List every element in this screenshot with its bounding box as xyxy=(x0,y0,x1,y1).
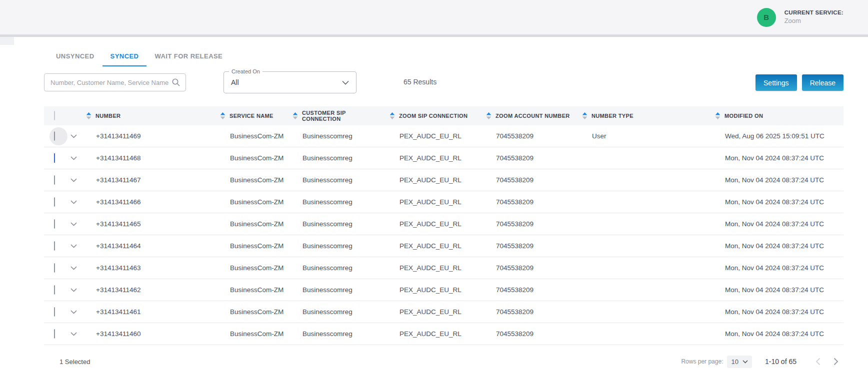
row-checkbox-cell xyxy=(44,176,66,185)
row-expand-chevron-icon[interactable] xyxy=(66,178,81,182)
cell-zoom-account-number: 7045538209 xyxy=(481,220,577,228)
row-checkbox-cell xyxy=(44,154,66,163)
rows-per-page-value: 10 xyxy=(731,358,738,366)
cell-modified-on: Mon, Nov 04 2024 08:37:24 UTC xyxy=(710,198,844,206)
column-header-label: SERVICE NAME xyxy=(230,113,274,119)
cell-service-name: BusinessCom-ZM xyxy=(215,220,288,228)
cell-service-name: BusinessCom-ZM xyxy=(215,264,288,272)
column-header-zoom-account-number[interactable]: ZOOM ACCOUNT NUMBER xyxy=(481,112,577,119)
cell-customer-sip-connection: Businesscomreg xyxy=(288,308,384,316)
row-checkbox[interactable] xyxy=(54,153,55,163)
column-header-number[interactable]: NUMBER xyxy=(81,112,215,119)
cell-zoom-sip-connection: PEX_AUDC_EU_RL xyxy=(384,286,481,294)
row-checkbox[interactable] xyxy=(54,131,55,141)
row-checkbox[interactable] xyxy=(54,307,55,317)
row-expand-chevron-icon[interactable] xyxy=(66,156,81,160)
row-checkbox[interactable] xyxy=(54,263,55,273)
row-expand-chevron-icon[interactable] xyxy=(66,222,81,226)
next-page-button[interactable] xyxy=(828,354,844,369)
column-header-label: MODIFIED ON xyxy=(724,113,763,119)
sort-icon[interactable] xyxy=(715,112,720,119)
sort-icon[interactable] xyxy=(486,112,492,119)
search-box[interactable] xyxy=(44,73,186,91)
cell-number: +31413411462 xyxy=(81,286,215,294)
cell-modified-on: Mon, Nov 04 2024 08:37:24 UTC xyxy=(710,264,844,272)
created-on-select[interactable]: Created On All xyxy=(224,71,356,93)
chevron-down-icon xyxy=(342,80,349,85)
avatar[interactable]: B xyxy=(757,8,776,27)
cell-service-name: BusinessCom-ZM xyxy=(215,308,288,316)
row-expand-chevron-icon[interactable] xyxy=(66,310,81,314)
current-service-value: Zoom xyxy=(784,16,844,25)
cell-zoom-account-number: 7045538209 xyxy=(481,176,577,184)
sort-icon[interactable] xyxy=(292,112,298,119)
cell-zoom-sip-connection: PEX_AUDC_EU_RL xyxy=(384,154,481,162)
created-on-label: Created On xyxy=(229,68,262,74)
column-header-service-name[interactable]: SERVICE NAME xyxy=(215,112,288,119)
cell-zoom-account-number: 7045538209 xyxy=(481,154,577,162)
tab-bar: UNSYNCEDSYNCEDWAIT FOR RELEASE xyxy=(48,47,844,66)
row-expand-chevron-icon[interactable] xyxy=(66,266,81,270)
release-button[interactable]: Release xyxy=(802,74,844,91)
table-header-row: NUMBERSERVICE NAMECUSTOMER SIP CONNECTIO… xyxy=(44,106,844,125)
row-checkbox[interactable] xyxy=(54,197,55,207)
row-expand-chevron-icon[interactable] xyxy=(66,288,81,292)
top-bar: B CURRENT SERVICE: Zoom xyxy=(0,0,868,34)
cell-zoom-account-number: 7045538209 xyxy=(481,242,577,250)
column-header-number-type[interactable]: NUMBER TYPE xyxy=(577,112,710,119)
row-checkbox[interactable] xyxy=(54,175,55,185)
action-buttons: Settings Release xyxy=(756,74,844,91)
column-header-customer-sip-connection[interactable]: CUSTOMER SIP CONNECTION xyxy=(288,110,384,122)
pagination-range: 1-10 of 65 xyxy=(765,358,796,366)
cell-zoom-sip-connection: PEX_AUDC_EU_RL xyxy=(384,132,481,140)
search-icon[interactable] xyxy=(172,78,180,87)
rows-per-page-select[interactable]: 10 xyxy=(727,356,752,368)
cell-customer-sip-connection: Businesscomreg xyxy=(288,198,384,206)
tab-unsynced[interactable]: UNSYNCED xyxy=(48,47,102,66)
search-input[interactable] xyxy=(50,79,172,86)
cell-zoom-sip-connection: PEX_AUDC_EU_RL xyxy=(384,242,481,250)
cell-customer-sip-connection: Businesscomreg xyxy=(288,242,384,250)
cell-zoom-account-number: 7045538209 xyxy=(481,308,577,316)
row-checkbox[interactable] xyxy=(54,241,55,251)
sort-icon[interactable] xyxy=(582,112,588,119)
cell-number: +31413411461 xyxy=(81,308,215,316)
row-expand-chevron-icon[interactable] xyxy=(66,200,81,204)
current-service-label: CURRENT SERVICE: xyxy=(784,9,844,17)
table-row: +31413411461BusinessCom-ZMBusinesscomreg… xyxy=(44,301,844,323)
cell-customer-sip-connection: Businesscomreg xyxy=(288,176,384,184)
column-header-modified-on[interactable]: MODIFIED ON xyxy=(710,112,844,119)
table-row: +31413411467BusinessCom-ZMBusinesscomreg… xyxy=(44,169,844,191)
cell-number: +31413411466 xyxy=(81,198,215,206)
settings-button[interactable]: Settings xyxy=(756,74,797,91)
row-expand-chevron-icon[interactable] xyxy=(66,134,81,138)
cell-number: +31413411468 xyxy=(81,154,215,162)
cell-zoom-sip-connection: PEX_AUDC_EU_RL xyxy=(384,176,481,184)
header-divider xyxy=(0,34,868,37)
tab-synced[interactable]: SYNCED xyxy=(102,47,147,66)
cell-zoom-sip-connection: PEX_AUDC_EU_RL xyxy=(384,198,481,206)
cell-modified-on: Mon, Nov 04 2024 08:37:24 UTC xyxy=(710,154,844,162)
row-expand-chevron-icon[interactable] xyxy=(66,332,81,336)
sort-icon[interactable] xyxy=(390,112,395,119)
row-checkbox-cell xyxy=(44,264,66,273)
row-checkbox[interactable] xyxy=(54,329,55,339)
cell-zoom-sip-connection: PEX_AUDC_EU_RL xyxy=(384,264,481,272)
column-header-label: NUMBER TYPE xyxy=(592,113,634,119)
sort-icon[interactable] xyxy=(86,112,92,119)
sort-icon[interactable] xyxy=(220,112,226,119)
select-all-checkbox[interactable] xyxy=(54,111,55,120)
table-row: +31413411469BusinessCom-ZMBusinesscomreg… xyxy=(44,125,844,147)
row-expand-chevron-icon[interactable] xyxy=(66,244,81,248)
row-checkbox[interactable] xyxy=(54,285,55,295)
cell-zoom-account-number: 7045538209 xyxy=(481,132,577,140)
table-row: +31413411462BusinessCom-ZMBusinesscomreg… xyxy=(44,279,844,301)
row-checkbox-cell xyxy=(44,330,66,339)
previous-page-button[interactable] xyxy=(810,354,826,369)
cell-customer-sip-connection: Businesscomreg xyxy=(288,154,384,162)
column-header-label: CUSTOMER SIP CONNECTION xyxy=(302,110,384,122)
tab-wait-for-release[interactable]: WAIT FOR RELEASE xyxy=(146,47,230,66)
row-checkbox[interactable] xyxy=(54,219,55,229)
column-header-zoom-sip-connection[interactable]: ZOOM SIP CONNECTION xyxy=(384,112,481,119)
table-row: +31413411460BusinessCom-ZMBusinesscomreg… xyxy=(44,323,844,345)
